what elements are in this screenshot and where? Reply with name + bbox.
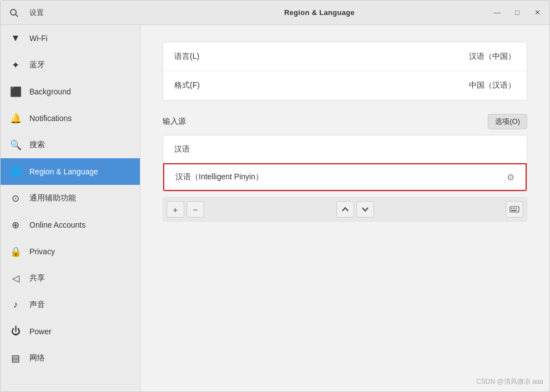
sidebar-item-label-sound: 声音 bbox=[29, 300, 131, 310]
privacy-icon: 🔒 bbox=[9, 246, 22, 258]
close-button[interactable]: ✕ bbox=[529, 5, 545, 21]
sidebar-item-online-accounts[interactable]: ⊕Online Accounts bbox=[1, 212, 140, 238]
svg-point-0 bbox=[11, 9, 16, 15]
main-panel: 语言(L) 汉语（中国） 格式(F) 中国（汉语） 输入源 选项(O) 汉语 汉… bbox=[140, 25, 549, 391]
region-icon: 🌐 bbox=[9, 166, 22, 178]
sidebar-item-bluetooth[interactable]: ✦蓝牙 bbox=[1, 52, 140, 78]
options-button[interactable]: 选项(O) bbox=[488, 114, 527, 129]
input-section-title: 输入源 bbox=[163, 117, 186, 127]
sidebar-item-wifi[interactable]: ▼Wi-Fi bbox=[1, 25, 140, 52]
network-icon: ▤ bbox=[9, 353, 22, 364]
maximize-button[interactable]: □ bbox=[509, 5, 525, 21]
titlebar-left: 设置 bbox=[5, 4, 149, 22]
input-row-pinyin-label: 汉语（Intelligent Pinyin） bbox=[175, 172, 507, 182]
search-icon bbox=[9, 8, 18, 17]
language-row: 语言(L) 汉语（中国） bbox=[163, 42, 527, 71]
bluetooth-icon: ✦ bbox=[9, 59, 22, 71]
sidebar-item-power[interactable]: ⏻Power bbox=[1, 318, 140, 345]
sidebar-item-label-notifications: Notifications bbox=[29, 114, 131, 123]
power-icon: ⏻ bbox=[9, 326, 22, 337]
sidebar-item-label-network: 网络 bbox=[29, 353, 131, 363]
search-button[interactable] bbox=[5, 4, 23, 22]
svg-rect-5 bbox=[516, 208, 517, 209]
sound-icon: ♪ bbox=[9, 299, 22, 310]
keyboard-button[interactable] bbox=[506, 201, 523, 218]
sidebar-item-label-online-accounts: Online Accounts bbox=[29, 220, 131, 229]
accessibility-icon: ⊙ bbox=[9, 193, 22, 204]
input-row-hanyu[interactable]: 汉语 bbox=[163, 135, 527, 163]
info-card: 语言(L) 汉语（中国） 格式(F) 中国（汉语） bbox=[163, 42, 527, 100]
format-label: 格式(F) bbox=[174, 81, 469, 91]
notifications-icon: 🔔 bbox=[9, 113, 22, 124]
watermark: CSDN @清风微凉 aaa bbox=[476, 377, 543, 386]
sidebar-item-label-background: Background bbox=[29, 87, 131, 96]
sidebar-item-search[interactable]: 🔍搜索 bbox=[1, 132, 140, 158]
online-accounts-icon: ⊕ bbox=[9, 219, 22, 231]
sidebar-item-background[interactable]: ⬛Background bbox=[1, 78, 140, 105]
sidebar-item-notifications[interactable]: 🔔Notifications bbox=[1, 105, 140, 132]
move-down-button[interactable] bbox=[356, 201, 374, 218]
input-section-header: 输入源 选项(O) bbox=[163, 114, 527, 129]
language-value: 汉语（中国） bbox=[469, 52, 516, 62]
language-label: 语言(L) bbox=[174, 52, 469, 62]
sidebar-item-accessibility[interactable]: ⊙通用辅助功能 bbox=[1, 185, 140, 212]
sidebar: ▼Wi-Fi✦蓝牙⬛Background🔔Notifications🔍搜索🌐Re… bbox=[1, 25, 140, 391]
svg-rect-2 bbox=[510, 207, 519, 212]
sidebar-item-label-privacy: Privacy bbox=[29, 247, 131, 256]
input-row-hanyu-label: 汉语 bbox=[174, 144, 516, 154]
svg-rect-4 bbox=[513, 208, 514, 209]
search-icon: 🔍 bbox=[9, 139, 22, 151]
chevron-up-icon bbox=[341, 205, 349, 213]
format-value: 中国（汉语） bbox=[469, 81, 516, 91]
minimize-button[interactable]: — bbox=[490, 5, 505, 21]
app-title: 设置 bbox=[29, 8, 44, 18]
main-window: 设置 Region & Language — □ ✕ ▼Wi-Fi✦蓝牙⬛Bac… bbox=[0, 0, 550, 392]
svg-line-1 bbox=[16, 14, 18, 17]
sidebar-item-label-power: Power bbox=[29, 327, 131, 336]
wifi-icon: ▼ bbox=[9, 33, 22, 44]
sidebar-item-label-bluetooth: 蓝牙 bbox=[29, 60, 131, 70]
sidebar-item-sound[interactable]: ♪声音 bbox=[1, 292, 140, 318]
sidebar-item-network[interactable]: ▤网络 bbox=[1, 345, 140, 371]
sidebar-item-region[interactable]: 🌐Region & Language bbox=[1, 158, 140, 185]
move-up-button[interactable] bbox=[336, 201, 354, 218]
content: ▼Wi-Fi✦蓝牙⬛Background🔔Notifications🔍搜索🌐Re… bbox=[1, 25, 549, 391]
sidebar-item-label-search: 搜索 bbox=[29, 140, 131, 150]
gear-icon: ⚙ bbox=[507, 172, 514, 183]
remove-input-button[interactable]: − bbox=[186, 201, 204, 218]
sidebar-item-label-accessibility: 通用辅助功能 bbox=[29, 193, 131, 203]
input-toolbar: + − bbox=[163, 197, 527, 222]
background-icon: ⬛ bbox=[9, 86, 22, 98]
svg-rect-6 bbox=[511, 210, 517, 211]
keyboard-icon bbox=[509, 206, 519, 213]
sidebar-item-sharing[interactable]: ◁共享 bbox=[1, 265, 140, 292]
sidebar-item-privacy[interactable]: 🔒Privacy bbox=[1, 238, 140, 265]
add-input-button[interactable]: + bbox=[166, 201, 184, 218]
format-row: 格式(F) 中国（汉语） bbox=[163, 71, 527, 100]
titlebar: 设置 Region & Language — □ ✕ bbox=[1, 1, 549, 25]
sidebar-item-label-region: Region & Language bbox=[29, 167, 131, 176]
svg-rect-3 bbox=[511, 208, 512, 209]
sidebar-item-label-sharing: 共享 bbox=[29, 273, 131, 283]
input-sources-card: 汉语 汉语（Intelligent Pinyin） ⚙ bbox=[163, 135, 527, 192]
sidebar-item-label-wifi: Wi-Fi bbox=[29, 34, 131, 43]
chevron-down-icon bbox=[361, 205, 369, 213]
page-title: Region & Language bbox=[149, 8, 490, 17]
window-controls: — □ ✕ bbox=[490, 5, 545, 21]
sharing-icon: ◁ bbox=[9, 273, 22, 284]
input-row-pinyin[interactable]: 汉语（Intelligent Pinyin） ⚙ bbox=[163, 163, 527, 191]
